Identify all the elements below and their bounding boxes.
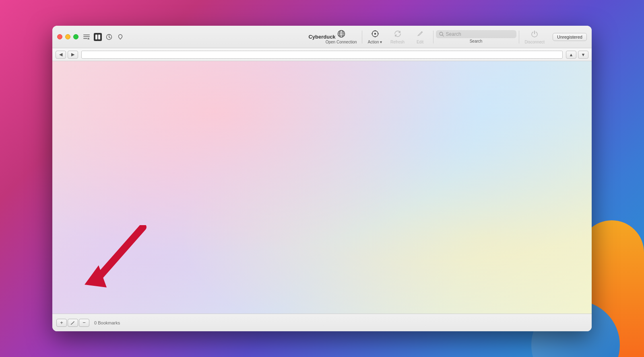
minimize-button[interactable] [65,34,70,39]
svg-rect-1 [83,36,90,37]
toolbar-separator-1 [362,31,362,43]
toolbar-separator-2 [433,31,433,43]
close-button[interactable] [57,34,62,39]
history-icon[interactable] [105,33,113,41]
disconnect-label: Disconnect [525,40,545,44]
search-input[interactable] [446,31,510,37]
toolbar-separator-3 [519,31,519,43]
disconnect-button[interactable]: Disconnect [522,28,548,46]
search-toolbar-wrapper: Search [436,30,516,43]
svg-line-23 [442,35,444,36]
customize-toolbar-icon[interactable] [83,33,91,41]
main-content [52,61,592,314]
maximize-button[interactable] [73,34,78,39]
back-button[interactable]: ◀ [56,51,66,59]
bookmarks-count: 0 Bookmarks [94,320,120,325]
nav-right-buttons: ▲ ▼ [566,51,588,59]
bookmarks-icon[interactable] [94,33,102,41]
navbar: ◀ ▶ ▲ ▼ [52,48,592,61]
svg-rect-5 [95,35,97,39]
refresh-label: Refresh [390,40,405,44]
action-button[interactable]: Action ▾ [365,28,386,46]
titlebar: Cyberduck Open Connection [52,26,592,48]
edit-label: Edit [417,40,423,44]
search-label: Search [470,39,483,43]
path-bar[interactable] [81,51,563,59]
titlebar-icons [83,33,124,41]
svg-rect-2 [83,38,87,39]
background-gradient [52,61,592,314]
bottom-bar: + − 0 Bookmarks [52,314,592,331]
bottom-action-buttons: + − [56,319,89,327]
edit-bookmark-button[interactable] [68,319,78,327]
svg-rect-6 [98,35,100,39]
main-window: Cyberduck Open Connection [52,26,592,331]
refresh-button[interactable]: Refresh [387,28,408,46]
open-connection-label: Open Connection [326,40,357,44]
unregistered-button[interactable]: Unregistered [553,33,587,41]
search-bar[interactable] [436,30,516,38]
toolbar-actions: Open Connection Action ▾ [323,28,587,46]
svg-rect-4 [87,39,90,39]
search-icon [439,32,444,37]
refresh-icon [394,30,402,39]
forward-button[interactable]: ▶ [68,51,78,59]
sort-up-button[interactable]: ▲ [566,51,576,59]
svg-line-21 [421,32,422,33]
remove-bookmark-button[interactable]: − [79,319,89,327]
svg-rect-0 [83,35,90,35]
traffic-lights [57,34,78,39]
disconnect-icon [530,30,539,39]
sort-down-button[interactable]: ▼ [578,51,588,59]
svg-point-16 [374,33,376,34]
edit-icon [416,30,424,39]
action-label: Action ▾ [368,40,382,44]
svg-line-9 [109,37,110,38]
action-icon [371,30,379,39]
edit-button[interactable]: Edit [410,28,431,46]
bonjour-icon[interactable] [116,33,124,41]
window-title: Cyberduck [308,34,335,40]
edit-bookmark-icon [70,320,76,326]
open-connection-icon [337,30,346,39]
add-bookmark-button[interactable]: + [56,319,67,327]
